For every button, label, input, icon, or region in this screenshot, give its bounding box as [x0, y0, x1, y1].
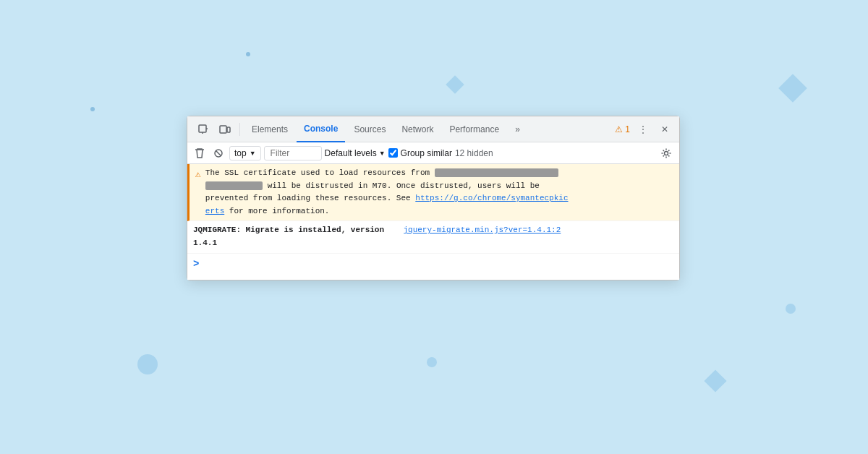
console-content: ⚠ The SSL certificate used to load resou… — [187, 164, 679, 280]
console-message-jqmigrate: JQMIGRATE: Migrate is installed, version… — [187, 221, 679, 253]
jqmigrate-label: JQMIGRATE: Migrate is installed, version — [193, 226, 389, 234]
warning-message-text: The SSL certificate used to load resourc… — [205, 167, 673, 218]
console-toolbar: top ▼ Default levels ▼ Group similar 12 … — [187, 142, 679, 164]
levels-chevron-icon: ▼ — [379, 150, 386, 157]
tab-console[interactable]: Console — [297, 116, 345, 142]
console-prompt: > — [187, 254, 679, 274]
chevron-down-icon: ▼ — [250, 150, 256, 157]
close-icon: ✕ — [661, 124, 668, 134]
svg-line-6 — [216, 150, 221, 155]
close-button[interactable]: ✕ — [656, 121, 673, 138]
svg-point-7 — [665, 151, 668, 155]
bg-dot-1 — [246, 52, 250, 56]
console-settings-button[interactable] — [658, 145, 675, 162]
tab-bar: Elements Console Sources Network Perform… — [187, 116, 679, 142]
filter-input[interactable] — [264, 146, 322, 160]
tab-sources[interactable]: Sources — [346, 116, 393, 142]
group-similar-checkbox[interactable]: Group similar — [388, 148, 452, 158]
jqmigrate-message-text: JQMIGRATE: Migrate is installed, version… — [193, 224, 673, 249]
jqmigrate-link[interactable]: jquery-migrate.min.js?ver=1.4.1:2 — [403, 226, 561, 234]
tab-elements[interactable]: Elements — [244, 116, 295, 142]
device-toolbar-icon[interactable] — [215, 119, 235, 140]
bg-diamond-2 — [778, 74, 807, 103]
devtools-window: Elements Console Sources Network Perform… — [187, 116, 680, 280]
levels-selector[interactable]: Default levels ▼ — [325, 148, 386, 158]
hidden-count: 12 hidden — [455, 148, 493, 158]
redacted-url-2: ████████████ — [205, 181, 263, 190]
tab-bar-right: ⚠ 1 ⋮ ✕ — [615, 121, 673, 138]
bg-diamond-1 — [446, 75, 464, 93]
bg-circle-3 — [786, 304, 796, 314]
bg-diamond-3 — [704, 369, 726, 392]
warning-triangle-icon: ⚠ — [615, 124, 623, 134]
svg-rect-3 — [220, 126, 226, 133]
context-selector[interactable]: top ▼ — [229, 146, 261, 160]
prompt-arrow-icon: > — [193, 258, 199, 270]
tab-divider — [239, 123, 240, 136]
warning-badge[interactable]: ⚠ 1 — [615, 124, 630, 134]
tab-performance[interactable]: Performance — [442, 116, 506, 142]
symantec-link[interactable]: https://g.co/chrome/symantecpkicerts — [205, 194, 569, 215]
console-message-warning: ⚠ The SSL certificate used to load resou… — [187, 164, 679, 221]
svg-rect-0 — [199, 125, 206, 132]
redacted-url-1: ██████████████████████████ — [435, 168, 559, 177]
bg-circle-1 — [137, 354, 158, 374]
more-options-button[interactable]: ⋮ — [634, 121, 652, 138]
svg-rect-4 — [227, 127, 230, 132]
jqmigrate-version: 1.4.1 — [193, 239, 217, 247]
more-tabs-button[interactable]: » — [508, 116, 527, 142]
block-icon[interactable] — [210, 145, 226, 161]
warning-icon: ⚠ — [195, 168, 201, 182]
bg-dot-2 — [90, 107, 95, 111]
tab-network[interactable]: Network — [394, 116, 441, 142]
clear-console-button[interactable] — [192, 145, 208, 161]
bg-circle-2 — [427, 357, 437, 367]
ellipsis-icon: ⋮ — [639, 124, 647, 134]
inspect-icon[interactable] — [193, 119, 213, 140]
